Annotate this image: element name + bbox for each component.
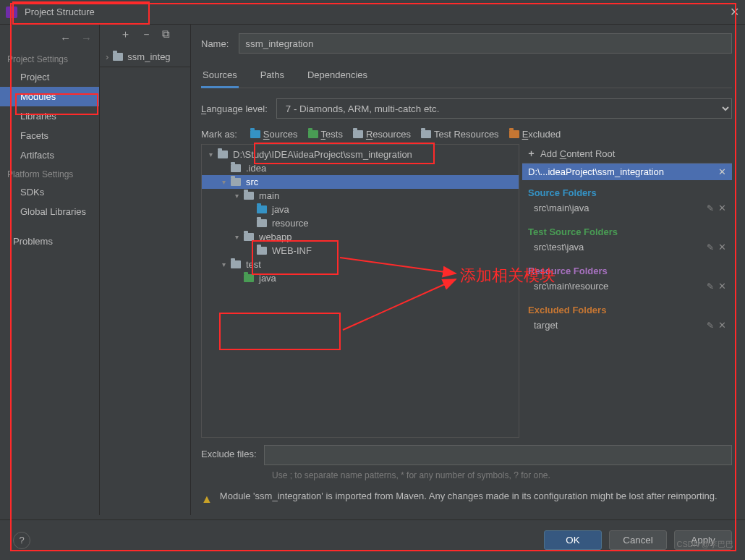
folder-item[interactable]: target✎✕ (528, 318, 726, 335)
mark-resources[interactable]: Resources (353, 129, 411, 140)
sidebar-item-modules[interactable]: Modules (0, 87, 99, 106)
app-icon (6, 7, 17, 18)
ok-button[interactable]: OK (544, 530, 602, 550)
sidebar-heading: Platform Settings (0, 165, 99, 182)
tree-row[interactable]: ▾src (202, 175, 519, 189)
mark-as-label: Mark as: (201, 129, 237, 140)
tree-row[interactable]: resource (202, 216, 519, 230)
cancel-button[interactable]: Cancel (609, 530, 667, 550)
module-content: Name: Sources Paths Dependencies Languag… (191, 25, 745, 515)
mark-excluded[interactable]: Excluded (509, 129, 561, 140)
warning-icon: ▲ (201, 491, 213, 508)
edit-icon[interactable]: ✎ (707, 321, 714, 331)
tree-row[interactable]: java (202, 271, 519, 285)
sidebar-item-problems[interactable]: Problems (0, 232, 99, 251)
module-tabs: Sources Paths Dependencies (201, 65, 732, 88)
tab-sources[interactable]: Sources (201, 65, 239, 88)
sidebar-item-sdks[interactable]: SDKs (0, 182, 99, 202)
remove-icon[interactable]: ✕ (718, 320, 726, 331)
mark-tests[interactable]: Tests (308, 129, 343, 140)
apply-button[interactable]: Apply (674, 530, 732, 550)
folder-section-title: Resource Folders (528, 263, 726, 279)
tab-paths[interactable]: Paths (259, 65, 286, 88)
folder-icon (113, 53, 123, 61)
tree-row[interactable]: ▾test (202, 258, 519, 271)
tree-row[interactable]: ▾webapp (202, 230, 519, 244)
module-list: ＋ － ⧉ › ssm_integ (100, 25, 191, 515)
sidebar-heading: Project Settings (0, 50, 99, 67)
remove-root-icon[interactable]: ✕ (718, 166, 726, 177)
content-root-path[interactable]: D:\...ideaProject\ssm_integration ✕ (522, 164, 732, 180)
help-button[interactable]: ? (13, 532, 30, 549)
language-level-label: Language level: (201, 103, 268, 114)
folder-item[interactable]: src\main\java✎✕ (528, 201, 726, 218)
remove-icon[interactable]: ✕ (718, 242, 726, 253)
folder-section-title: Excluded Folders (528, 302, 726, 318)
module-crumb[interactable]: › ssm_integ (100, 47, 190, 67)
remove-icon[interactable]: － (141, 27, 152, 41)
content-roots-pane: ＋ Add Content Root D:\...ideaProject\ssm… (522, 144, 732, 438)
name-label: Name: (201, 38, 229, 49)
folder-section-title: Test Source Folders (528, 224, 726, 240)
titlebar: Project Structure ✕ (0, 0, 745, 25)
back-icon[interactable]: ← (60, 32, 71, 44)
tree-row[interactable]: WEB-INF (202, 244, 519, 258)
folder-item[interactable]: src\test\java✎✕ (528, 240, 726, 257)
settings-sidebar: ← → Project Settings Project Modules Lib… (0, 25, 100, 515)
sidebar-item-libraries[interactable]: Libraries (0, 106, 99, 126)
mark-as-row: Mark as: Sources Tests Resources Test Re… (201, 129, 732, 140)
folder-section-title: Source Folders (528, 184, 726, 201)
language-level-select[interactable]: 7 - Diamonds, ARM, multi-catch etc. (276, 98, 732, 119)
forward-icon[interactable]: → (81, 32, 92, 44)
dialog-footer: ? OK Cancel Apply (0, 519, 745, 560)
sidebar-item-artifacts[interactable]: Artifacts (0, 145, 99, 165)
mark-sources[interactable]: Sources (250, 129, 298, 140)
close-icon[interactable]: ✕ (730, 5, 739, 19)
folder-item[interactable]: src\main\resource✎✕ (528, 279, 726, 296)
tab-dependencies[interactable]: Dependencies (306, 65, 369, 88)
tree-row[interactable]: ▾D:\Study\IDEA\ideaProject\ssm_integrati… (202, 148, 519, 161)
maven-warning: ▲ Module 'ssm_integration' is imported f… (201, 482, 732, 515)
exclude-files-label: Exclude files: (201, 445, 257, 459)
sidebar-item-facets[interactable]: Facets (0, 126, 99, 145)
copy-icon[interactable]: ⧉ (162, 27, 170, 41)
module-name: ssm_integ (127, 51, 170, 62)
tree-row[interactable]: ▾main (202, 189, 519, 203)
module-name-input[interactable] (239, 33, 732, 54)
exclude-files-input[interactable] (264, 445, 732, 465)
window-title: Project Structure (25, 7, 95, 17)
sidebar-item-project[interactable]: Project (0, 67, 99, 87)
exclude-hint: Use ; to separate name patterns, * for a… (272, 470, 732, 482)
sidebar-item-global-libs[interactable]: Global Libraries (0, 202, 99, 221)
remove-icon[interactable]: ✕ (718, 203, 726, 213)
chevron-right-icon: › (106, 51, 108, 62)
remove-icon[interactable]: ✕ (718, 281, 726, 292)
add-content-root[interactable]: ＋ Add Content Root (522, 144, 732, 164)
tree-row[interactable]: java (202, 203, 519, 216)
add-icon[interactable]: ＋ (120, 27, 131, 41)
tree-row[interactable]: .idea (202, 161, 519, 175)
source-tree[interactable]: ▾D:\Study\IDEA\ideaProject\ssm_integrati… (201, 144, 519, 438)
plus-icon: ＋ (527, 147, 536, 160)
edit-icon[interactable]: ✎ (707, 203, 714, 213)
edit-icon[interactable]: ✎ (707, 242, 714, 253)
mark-test-resources[interactable]: Test Resources (421, 129, 499, 140)
edit-icon[interactable]: ✎ (707, 281, 714, 292)
